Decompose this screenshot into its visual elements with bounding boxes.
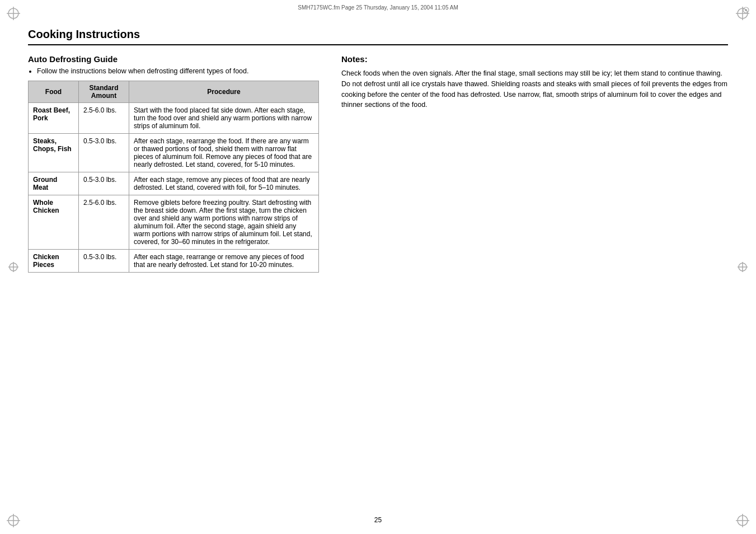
file-header: SMH7175WC.fm Page 25 Thursday, January 1… — [298, 4, 458, 11]
cell-procedure: Remove giblets before freezing poultry. … — [129, 195, 319, 250]
cell-food: Ground Meat — [29, 172, 79, 195]
cell-amount: 0.5-3.0 lbs. — [79, 172, 129, 195]
table-row: Steaks, Chops, Fish0.5-3.0 lbs.After eac… — [29, 134, 319, 172]
table-row: Chicken Pieces0.5-3.0 lbs.After each sta… — [29, 250, 319, 273]
auto-defrost-heading: Auto Defrosting Guide — [28, 54, 319, 64]
right-column: Notes: Check foods when the oven signals… — [341, 54, 728, 110]
page-number: 25 — [374, 516, 382, 524]
corner-mark-tr — [735, 6, 750, 21]
bullet-list: Follow the instructions below when defro… — [28, 67, 319, 75]
cell-procedure: After each stage, remove any pieces of f… — [129, 172, 319, 195]
cell-food: Whole Chicken — [29, 195, 79, 250]
cell-procedure: Start with the food placed fat side down… — [129, 103, 319, 134]
cell-amount: 0.5-3.0 lbs. — [79, 134, 129, 172]
cell-food: Steaks, Chops, Fish — [29, 134, 79, 172]
content-area: Cooking Instructions Auto Defrosting Gui… — [28, 28, 728, 506]
col-header-food: Food — [29, 81, 79, 103]
side-mark-left — [8, 261, 19, 273]
left-column: Auto Defrosting Guide Follow the instruc… — [28, 54, 319, 273]
cell-amount: 2.5-6.0 lbs. — [79, 195, 129, 250]
defrost-table: Food Standard Amount Procedure Roast Bee… — [28, 81, 319, 273]
corner-mark-br — [735, 513, 750, 528]
cell-food: Roast Beef, Pork — [29, 103, 79, 134]
cell-procedure: After each stage, rearrange the food. If… — [129, 134, 319, 172]
two-column-layout: Auto Defrosting Guide Follow the instruc… — [28, 54, 728, 273]
cell-food: Chicken Pieces — [29, 250, 79, 273]
table-row: Ground Meat0.5-3.0 lbs.After each stage,… — [29, 172, 319, 195]
table-row: Whole Chicken2.5-6.0 lbs.Remove giblets … — [29, 195, 319, 250]
cell-amount: 2.5-6.0 lbs. — [79, 103, 129, 134]
svg-point-7 — [745, 9, 747, 11]
side-mark-right — [737, 261, 748, 273]
cell-procedure: After each stage, rearrange or remove an… — [129, 250, 319, 273]
col-header-amount: Standard Amount — [79, 81, 129, 103]
page-title: Cooking Instructions — [28, 28, 728, 45]
cell-amount: 0.5-3.0 lbs. — [79, 250, 129, 273]
notes-heading: Notes: — [341, 54, 728, 64]
bullet-item: Follow the instructions below when defro… — [37, 67, 319, 75]
notes-text: Check foods when the oven signals. After… — [341, 68, 728, 110]
page-container: SMH7175WC.fm Page 25 Thursday, January 1… — [0, 0, 756, 534]
col-header-procedure: Procedure — [129, 81, 319, 103]
table-row: Roast Beef, Pork2.5-6.0 lbs.Start with t… — [29, 103, 319, 134]
corner-mark-tl — [6, 6, 21, 21]
corner-mark-bl — [6, 513, 21, 528]
